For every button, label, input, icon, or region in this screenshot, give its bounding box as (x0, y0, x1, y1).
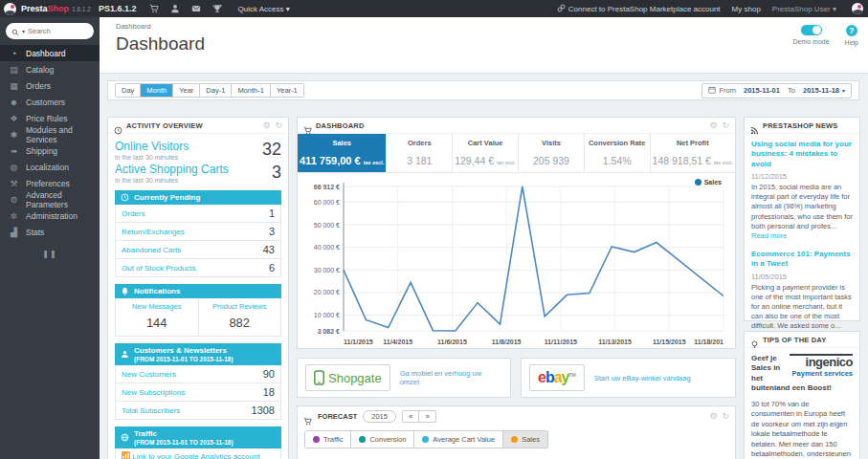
refresh-icon[interactable]: ↻ (722, 121, 729, 130)
help-control: ? Help (845, 25, 858, 46)
shopgate-link[interactable]: Ga mobiel en verhoog uw omzet (400, 369, 502, 386)
total-subscribers-link[interactable]: Total Subscribers (122, 406, 180, 415)
active-carts-link[interactable]: Active Shopping Carts (115, 163, 229, 176)
demo-mode-label: Demo mode (792, 38, 829, 45)
conversion-dot-icon (359, 436, 366, 443)
marketplace-link[interactable]: Connect to PrestaShop Marketplace accoun… (557, 4, 721, 14)
top-bar: PrestaShop 1.6.1.2 PS1.6.1.2 Quick Acces… (0, 0, 868, 17)
filter-month-1-button[interactable]: Month-1 (232, 84, 271, 97)
cart-icon[interactable] (149, 4, 159, 13)
new-messages-box[interactable]: New Messages 144 (115, 298, 199, 337)
kpi-tab-cart-value[interactable]: Cart Value 129,44 € tax excl. (452, 134, 518, 172)
product-reviews-box[interactable]: Product Reviews 882 (199, 298, 282, 337)
kpi-tab-sales[interactable]: Sales 411 759,00 € tax excl. (298, 134, 386, 172)
sidebar-menu: ◔Dashboard ▤Catalog ▦Orders ☻Customers ❖… (0, 45, 100, 240)
forecast-tab-traffic[interactable]: Traffic (305, 431, 351, 448)
ebay-link[interactable]: Start uw eBay-winkel vandaag (594, 374, 691, 382)
sidebar-item-price-rules[interactable]: ❖Price Rules (0, 110, 100, 126)
help-label: Help (845, 39, 858, 46)
forecast-nav: « » (402, 410, 436, 423)
customer-icon[interactable] (170, 4, 180, 13)
sidebar-item-stats[interactable]: ▟Stats (0, 224, 100, 240)
dashboard-panel-header: DASHBOARD ⚙↻ (298, 118, 735, 134)
online-visitors-link[interactable]: Online Visitors (115, 140, 189, 153)
gear-icon[interactable]: ⚙ (709, 412, 717, 421)
kpi-tab-visits[interactable]: Visits 205 939 (518, 134, 584, 172)
orders-link[interactable]: Orders (122, 209, 145, 218)
search-input[interactable] (28, 27, 76, 35)
breadcrumb[interactable]: Dashboard (116, 22, 868, 31)
demo-mode-toggle[interactable] (801, 25, 822, 35)
my-shop-link[interactable]: My shop (732, 5, 761, 13)
new-customers-link[interactable]: New Customers (122, 370, 176, 379)
news-article-title[interactable]: Ecommerce 101: Payments in a Tweet (751, 250, 853, 270)
prestashop-logo-icon[interactable] (4, 3, 16, 15)
previous-icon[interactable]: « (403, 411, 419, 422)
ebay-logo[interactable]: ebayTM (529, 364, 585, 391)
read-more-link[interactable]: Read more (751, 231, 787, 240)
news-article-title[interactable]: Using social media for your business: 4 … (751, 140, 853, 169)
svg-text:11/4/2015: 11/4/2015 (383, 339, 412, 345)
gear-icon[interactable]: ⚙ (709, 121, 717, 130)
filter-day-1-button[interactable]: Day-1 (200, 84, 232, 97)
refresh-icon[interactable]: ↻ (722, 412, 729, 421)
notifications-header: Notifications (115, 284, 281, 298)
returns-link[interactable]: Return/Exchanges (122, 228, 185, 236)
abandoned-carts-link[interactable]: Abandoned Carts (122, 246, 181, 254)
new-subscriptions-link[interactable]: New Subscriptions (122, 388, 185, 397)
forecast-tab-sales[interactable]: Sales (503, 431, 547, 448)
sidebar-item-orders[interactable]: ▦Orders (0, 77, 100, 94)
gears-icon: ⚙ (9, 195, 19, 205)
truck-icon: ➠ (9, 146, 19, 156)
help-icon[interactable]: ? (846, 25, 857, 36)
next-icon[interactable]: » (419, 411, 434, 422)
out-of-stock-link[interactable]: Out of Stock Products (122, 264, 196, 273)
brand-name: PrestaShop (21, 4, 69, 13)
svg-text:11/11/2015: 11/11/2015 (545, 339, 577, 345)
table-row: Return/Exchanges3 (115, 223, 281, 241)
sidebar-item-administration[interactable]: ✲Administration (0, 208, 100, 224)
svg-text:11/6/2015: 11/6/2015 (437, 339, 467, 345)
table-row: Abandoned Carts43 (115, 241, 281, 259)
sidebar-item-dashboard[interactable]: ◔Dashboard (0, 45, 100, 61)
kpi-tab-orders[interactable]: Orders 3 181 (386, 134, 452, 172)
main-content: Dashboard Dashboard Demo mode ? Help Day… (100, 17, 868, 459)
sidebar-item-shipping[interactable]: ➠Shipping (0, 142, 100, 159)
tips-body: ingenico Payment services Geef je Sales … (745, 348, 859, 459)
sidebar-item-modules-and-services[interactable]: ✱Modules and Services (0, 126, 100, 142)
quick-access-menu[interactable]: Quick Access ▾ (237, 5, 289, 13)
sidebar-item-preferences[interactable]: ⚒Preferences (0, 175, 100, 191)
filter-year-button[interactable]: Year (173, 84, 200, 97)
trophy-icon[interactable] (212, 4, 222, 13)
user-menu[interactable]: PrestaShop User ▾ (772, 5, 836, 13)
shopgate-logo[interactable]: Shopgate (305, 364, 390, 391)
messages-icon[interactable] (191, 4, 201, 13)
online-visitors-stat: Online Visitors in the last 30 minutes 3… (115, 140, 281, 161)
search-scope-caret-icon[interactable]: ▾ (22, 28, 25, 34)
forecast-tab-average-cart-value[interactable]: Average Cart Value (414, 431, 503, 448)
google-analytics-link[interactable]: Link to your Google Analytics account (122, 451, 260, 459)
filter-year-1-button[interactable]: Year-1 (271, 84, 303, 97)
page-title: Dashboard (116, 33, 868, 55)
news-article: Using social media for your business: 4 … (751, 140, 853, 241)
refresh-icon[interactable]: ↻ (275, 121, 282, 130)
sidebar-item-customers[interactable]: ☻Customers (0, 94, 100, 110)
chart-legend[interactable]: Sales (695, 179, 722, 186)
calendar-icon (708, 86, 716, 96)
sidebar-collapse-button[interactable]: ❚❚ (0, 250, 100, 258)
forecast-year[interactable]: 2015 (363, 410, 396, 423)
forecast-tab-conversion[interactable]: Conversion (351, 431, 414, 448)
user-avatar[interactable] (852, 3, 863, 14)
sidebar-item-catalog[interactable]: ▤Catalog (0, 61, 100, 77)
news-panel-header: PRESTASHOP NEWS (745, 118, 859, 134)
kpi-tab-conversion-rate[interactable]: Conversion Rate 1.54% (584, 134, 650, 172)
sidebar-item-localization[interactable]: ◍Localization (0, 159, 100, 175)
shopgate-banner: Shopgate Ga mobiel en verhoog uw omzet (297, 358, 511, 398)
gear-icon[interactable]: ⚙ (262, 121, 270, 130)
kpi-tab-net-profit[interactable]: Net Profit 148 918,51 € tax excl. (650, 134, 735, 172)
date-range-picker[interactable]: From 2015-11-01 To 2015-11-18 ▾ (701, 83, 852, 98)
sidebar-item-advanced-parameters[interactable]: ⚙Advanced Parameters (0, 191, 100, 208)
filter-month-button[interactable]: Month (141, 84, 173, 97)
sidebar: ▾ ◔Dashboard ▤Catalog ▦Orders ☻Customers… (0, 17, 100, 459)
filter-day-button[interactable]: Day (116, 84, 141, 97)
